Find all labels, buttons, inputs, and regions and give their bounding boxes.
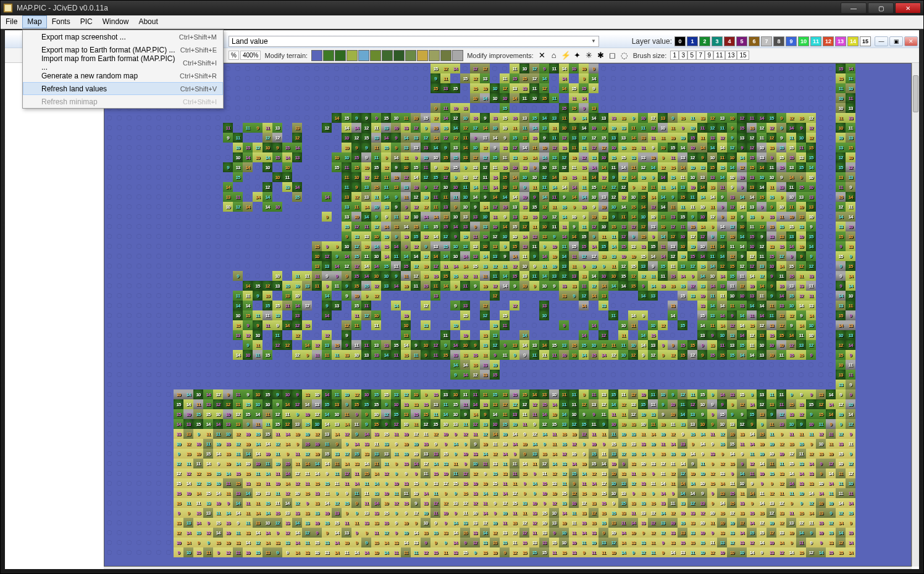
layer-swatch-8[interactable]: 8	[773, 36, 784, 46]
map-menu-dropdown[interactable]: Export map screenshot ...Ctrl+Shift+MExp…	[22, 30, 224, 109]
map-canvas[interactable]: 1512141212111012911141010915149111512131…	[104, 63, 912, 567]
terrain-tiles	[311, 50, 463, 61]
irrigation-icon[interactable]: ✱	[596, 51, 606, 60]
menu-map[interactable]: Map	[22, 15, 46, 28]
layer-swatch-2[interactable]: 2	[699, 36, 710, 46]
svg-rect-1	[5, 5, 11, 11]
mdi-area: Land value ▼ Layer value: 01234567891011…	[5, 30, 919, 569]
terrain-tile-0[interactable]	[311, 50, 322, 61]
menu-fonts[interactable]: Fonts	[47, 15, 75, 28]
menu-item-shortcut: Ctrl+Shift+M	[179, 33, 217, 41]
menubar[interactable]: FileMapFontsPICWindowAbout	[1, 15, 923, 29]
layer-swatch-6[interactable]: 6	[749, 36, 760, 46]
menu-item-label: Export map to Earth format (MAP.PIC) ...	[41, 46, 180, 54]
terrain-tile-8[interactable]	[405, 50, 416, 61]
layer-swatch-3[interactable]: 3	[712, 36, 723, 46]
terrain-tile-4[interactable]	[358, 50, 369, 61]
layer-swatch-14[interactable]: 14	[847, 36, 859, 46]
fortress-icon[interactable]: ⚡	[561, 51, 571, 60]
brush-size-9[interactable]: 9	[705, 51, 713, 60]
terrain-tile-10[interactable]	[429, 50, 440, 61]
menu-item-0[interactable]: Export map screenshot ...Ctrl+Shift+M	[23, 30, 223, 43]
city-icon[interactable]: ⌂	[549, 51, 559, 60]
layer-combo[interactable]: Land value ▼	[229, 36, 599, 47]
map-editor-window: Land value ▼ Layer value: 01234567891011…	[5, 30, 919, 569]
menu-item-shortcut: Ctrl+Shift+I	[183, 59, 217, 67]
menu-item-shortcut: Ctrl+Shift+R	[180, 72, 217, 80]
terrain-tile-2[interactable]	[335, 50, 346, 61]
menu-item-shortcut: Ctrl+Shift+E	[180, 46, 217, 54]
menu-item-4[interactable]: Refresh land valuesCtrl+Shift+V	[23, 82, 223, 95]
scrollbar-horizontal[interactable]	[104, 567, 912, 569]
menu-item-5: Refresh minimapCtrl+Shift+I	[23, 95, 223, 108]
scrollbar-vertical[interactable]	[912, 63, 919, 567]
app-icon	[3, 3, 13, 13]
child-window-buttons: — ▣ ✕	[875, 36, 918, 46]
titlebar[interactable]: MAP.PIC - JCivED v0.0.11a — ▢ ✕	[1, 1, 923, 15]
terrain-tile-1[interactable]	[323, 50, 334, 61]
brush-size-7[interactable]: 7	[696, 51, 705, 60]
window-title: MAP.PIC - JCivED v0.0.11a	[17, 4, 839, 12]
close-button[interactable]: ✕	[895, 2, 921, 14]
layer-swatch-10[interactable]: 10	[798, 36, 809, 46]
road-icon[interactable]: ✦	[573, 51, 582, 60]
pollution-icon[interactable]: ◌	[620, 51, 629, 60]
brush-sizes: 13579111315	[670, 51, 749, 60]
maximize-button[interactable]: ▢	[868, 2, 894, 14]
zoom-remainder[interactable]: %	[229, 51, 239, 60]
terrain-tile-3[interactable]	[346, 50, 358, 61]
railroad-icon[interactable]: ✳	[584, 51, 594, 60]
terrain-tile-11[interactable]	[440, 50, 452, 61]
chevron-down-icon: ▼	[591, 38, 596, 44]
minimize-button[interactable]: —	[841, 2, 867, 14]
brush-size-label: Brush size:	[631, 52, 669, 59]
menu-item-label: Refresh minimap	[41, 98, 183, 106]
menu-item-2[interactable]: Import map from Earth format (MAP.PIC) .…	[23, 56, 223, 69]
layer-combo-value: Land value	[232, 37, 591, 46]
menu-item-label: Generate a new random map	[41, 72, 180, 80]
layer-value-label: Layer value:	[632, 37, 672, 46]
child-minimize-button[interactable]: —	[875, 36, 888, 46]
layer-swatch-7[interactable]: 7	[761, 36, 772, 46]
zoom-selected[interactable]: 400%	[240, 51, 261, 60]
terrain-tile-9[interactable]	[417, 50, 428, 61]
mine-icon[interactable]: ◻	[608, 51, 618, 60]
clear-icon[interactable]: ✕	[537, 51, 547, 60]
brush-size-5[interactable]: 5	[687, 51, 696, 60]
modify-improvements-label: Modify improvements:	[464, 52, 536, 59]
menu-window[interactable]: Window	[98, 15, 134, 28]
menu-about[interactable]: About	[133, 15, 162, 28]
app-window: MAP.PIC - JCivED v0.0.11a — ▢ ✕ FileMapF…	[0, 0, 924, 574]
layer-swatch-9[interactable]: 9	[786, 36, 797, 46]
layer-swatch-5[interactable]: 5	[736, 36, 747, 46]
modify-terrain-label: Modify terrain:	[262, 52, 310, 59]
terrain-tile-7[interactable]	[393, 50, 405, 61]
layer-swatch-13[interactable]: 13	[835, 36, 846, 46]
terrain-tile-12[interactable]	[452, 50, 463, 61]
brush-size-11[interactable]: 11	[713, 51, 725, 60]
child-close-button[interactable]: ✕	[904, 36, 918, 46]
brush-size-1[interactable]: 1	[670, 51, 679, 60]
terrain-tile-5[interactable]	[370, 50, 381, 61]
layer-swatch-12[interactable]: 12	[823, 36, 834, 46]
layer-swatch-15[interactable]: 15	[860, 36, 871, 46]
menu-item-shortcut: Ctrl+Shift+I	[183, 98, 217, 106]
menu-item-shortcut: Ctrl+Shift+V	[180, 85, 217, 93]
layer-swatch-1[interactable]: 1	[687, 36, 698, 46]
menu-item-label: Refresh land values	[41, 85, 180, 93]
menu-item-3[interactable]: Generate a new random mapCtrl+Shift+R	[23, 69, 223, 82]
layer-swatch-4[interactable]: 4	[724, 36, 735, 46]
window-buttons: — ▢ ✕	[839, 2, 921, 14]
child-restore-button[interactable]: ▣	[889, 36, 903, 46]
scrollbar-thumb[interactable]	[913, 75, 918, 112]
brush-size-15[interactable]: 15	[737, 51, 749, 60]
brush-size-13[interactable]: 13	[725, 51, 737, 60]
layer-swatch-11[interactable]: 11	[810, 36, 821, 46]
terrain-tile-6[interactable]	[382, 50, 393, 61]
menu-file[interactable]: File	[1, 15, 22, 28]
menu-pic[interactable]: PIC	[75, 15, 98, 28]
layer-swatch-0[interactable]: 0	[674, 36, 686, 46]
brush-size-3[interactable]: 3	[679, 51, 687, 60]
improvement-icons: ✕⌂⚡✦✳✱◻◌	[537, 51, 629, 60]
layer-value-swatches: 0123456789101112131415	[674, 36, 871, 46]
